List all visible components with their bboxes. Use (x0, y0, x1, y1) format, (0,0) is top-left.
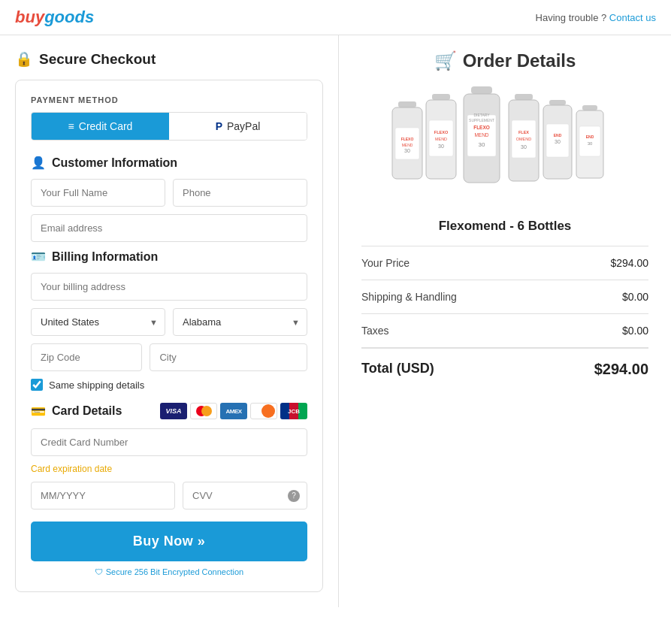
secure-note: 🛡 Secure 256 Bit Encrypted Connection (31, 567, 307, 576)
order-title: 🛒 Order Details (361, 50, 648, 71)
card-number-row (31, 428, 307, 456)
credit-card-icon: ≡ (68, 120, 74, 132)
svg-text:OMEND: OMEND (516, 137, 532, 141)
contact-link[interactable]: Contact us (609, 12, 656, 23)
shipping-label: Shipping & Handling (361, 291, 457, 303)
svg-text:30: 30 (479, 141, 485, 148)
svg-text:30: 30 (438, 144, 444, 149)
mastercard-icon (190, 403, 217, 419)
svg-text:DIETARY: DIETARY (473, 113, 490, 117)
same-shipping-checkbox[interactable] (31, 379, 43, 391)
phone-input[interactable] (173, 179, 307, 207)
shipping-line: Shipping & Handling $0.00 (361, 280, 648, 313)
discover-icon (250, 403, 277, 419)
svg-rect-26 (549, 100, 566, 105)
svg-text:FLEXO: FLEXO (401, 137, 414, 141)
same-shipping-row: Same shipping details (31, 379, 307, 391)
customer-section-title: 👤 Customer Information (31, 156, 307, 170)
product-image-area: FLEXO MEND 30 FLEXO MEND 30 (361, 86, 648, 207)
billing-address-row (31, 273, 307, 301)
product-name: Flexomend - 6 Bottles (361, 219, 648, 234)
credit-card-tab[interactable]: ≡ Credit Card (32, 113, 169, 140)
price-value: $294.00 (610, 257, 648, 269)
lock-icon: 🔒 (15, 50, 33, 68)
expiry-cvv-row: ? (31, 482, 307, 509)
cart-icon: 🛒 (434, 50, 457, 71)
shield-icon: 🛡 (95, 567, 103, 576)
country-state-row: United States Canada United Kingdom ▼ Al… (31, 308, 307, 336)
svg-text:FLEXO: FLEXO (434, 130, 449, 135)
product-bottles: FLEXO MEND 30 FLEXO MEND 30 (361, 86, 648, 207)
price-line: Your Price $294.00 (361, 246, 648, 280)
svg-rect-20 (515, 94, 533, 100)
right-panel: 🛒 Order Details FLEXO MEND 30 (338, 35, 671, 607)
expiry-label: Card expiration date (31, 464, 307, 474)
taxes-label: Taxes (361, 325, 389, 337)
country-select[interactable]: United States Canada United Kingdom (31, 308, 165, 336)
paypal-icon: P (216, 120, 222, 132)
svg-text:FLEXO: FLEXO (473, 125, 490, 130)
svg-text:MEND: MEND (402, 143, 413, 147)
svg-text:30: 30 (555, 139, 561, 144)
expiry-input[interactable] (31, 482, 175, 509)
zip-city-row (31, 343, 307, 371)
country-wrapper: United States Canada United Kingdom ▼ (31, 308, 165, 336)
svg-text:30: 30 (588, 141, 593, 146)
billing-section-title: 🪪 Billing Information (31, 249, 307, 264)
full-name-input[interactable] (31, 179, 165, 207)
amex-icon: AMEX (220, 403, 247, 419)
payment-tabs: ≡ Credit Card P PayPal (31, 112, 307, 141)
shipping-value: $0.00 (622, 291, 648, 303)
bottles-svg: FLEXO MEND 30 FLEXO MEND 30 (377, 86, 633, 207)
billing-address-input[interactable] (31, 273, 307, 301)
svg-text:MEND: MEND (435, 137, 447, 141)
checkout-card: PAYMENT METHOD ≡ Credit Card P PayPal 👤 … (15, 80, 323, 592)
taxes-value: $0.00 (622, 325, 648, 337)
svg-text:FLEX: FLEX (518, 130, 529, 135)
email-row (31, 214, 307, 242)
cvv-help-icon[interactable]: ? (288, 490, 300, 502)
total-line: Total (USD) $294.00 (361, 347, 648, 390)
email-input[interactable] (31, 214, 307, 242)
card-number-input[interactable] (31, 428, 307, 456)
total-value: $294.00 (594, 361, 648, 378)
top-bar: buygoods Having trouble ? Contact us (0, 0, 671, 35)
svg-text:30: 30 (521, 144, 527, 150)
zip-input[interactable] (31, 343, 142, 371)
name-phone-row (31, 179, 307, 207)
jcb-icon: JCB (280, 403, 307, 419)
total-label: Total (USD) (361, 361, 434, 378)
city-input[interactable] (150, 343, 307, 371)
svg-text:SUPPLEMENT: SUPPLEMENT (469, 118, 494, 122)
user-icon: 👤 (31, 156, 46, 170)
logo-goods: goods (44, 8, 94, 26)
checkout-title: 🔒 Secure Checkout (15, 50, 323, 68)
card-icon: 💳 (31, 404, 46, 419)
buy-now-button[interactable]: Buy Now » (31, 522, 307, 561)
card-section-title: 💳 Card Details (31, 404, 122, 419)
paypal-tab[interactable]: P PayPal (169, 113, 307, 140)
billing-icon: 🪪 (31, 249, 46, 264)
state-wrapper: Alabama Alaska California ▼ (173, 308, 307, 336)
card-details-header: 💳 Card Details VISA AMEX JCB (31, 403, 307, 419)
svg-text:END: END (554, 133, 562, 138)
svg-rect-31 (582, 105, 597, 110)
card-icons: VISA AMEX JCB (160, 403, 307, 419)
logo-buy: buy (15, 8, 44, 26)
cvv-wrapper: ? (183, 482, 307, 509)
visa-icon: VISA (160, 403, 187, 419)
svg-rect-6 (432, 94, 450, 100)
svg-text:MEND: MEND (474, 132, 488, 138)
svg-text:END: END (586, 135, 594, 139)
same-shipping-label[interactable]: Same shipping details (49, 379, 144, 391)
taxes-line: Taxes $0.00 (361, 313, 648, 347)
main-layout: 🔒 Secure Checkout PAYMENT METHOD ≡ Credi… (0, 35, 671, 607)
svg-rect-0 (398, 101, 416, 107)
price-label: Your Price (361, 257, 410, 269)
svg-rect-12 (471, 86, 492, 94)
state-select[interactable]: Alabama Alaska California (173, 308, 307, 336)
logo: buygoods (15, 8, 94, 27)
svg-text:30: 30 (404, 148, 410, 153)
trouble-text: Having trouble ? Contact us (536, 12, 656, 23)
payment-method-label: PAYMENT METHOD (31, 95, 307, 104)
